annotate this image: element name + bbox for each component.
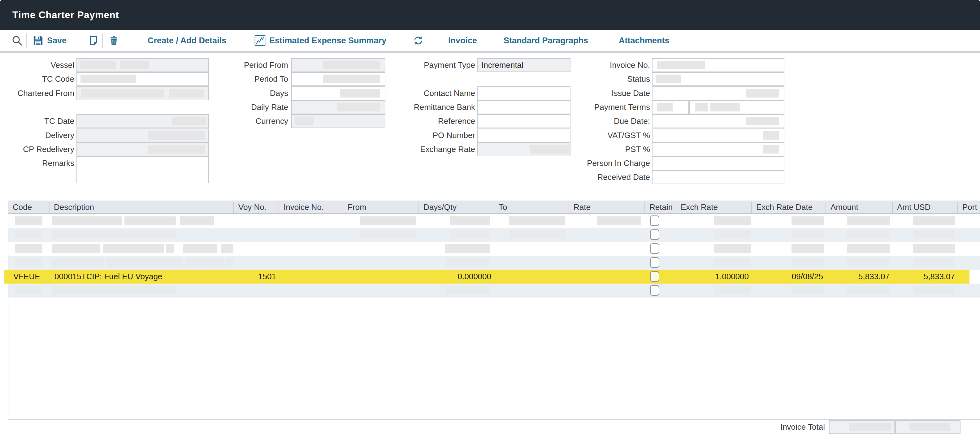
redacted-value [52, 258, 104, 267]
redacted-value [913, 258, 955, 267]
redacted-value [714, 258, 751, 267]
retain-checkbox[interactable] [650, 257, 659, 268]
column-separator [826, 202, 826, 213]
refresh-icon [413, 35, 423, 46]
new-document-icon [89, 35, 98, 46]
invoice-label: Invoice [448, 36, 477, 46]
redacted-value [791, 244, 824, 253]
search-button[interactable] [11, 30, 23, 51]
create-add-details-label: Create / Add Details [148, 36, 226, 46]
tc-code-label: TC Code [0, 72, 74, 86]
redacted-value [509, 230, 565, 239]
retain-checkbox[interactable] [650, 215, 659, 226]
redacted-value [849, 423, 891, 431]
redacted-value [913, 244, 955, 253]
standard-paragraphs-button[interactable]: Standard Paragraphs [504, 30, 588, 51]
redacted-value [226, 258, 234, 267]
redacted-value [52, 230, 176, 239]
redacted-value [847, 244, 890, 253]
column-separator [343, 202, 343, 213]
save-button[interactable]: Save [33, 30, 67, 51]
vessel-label: Vessel [0, 58, 74, 72]
vat-gst-label: VAT/GST % [514, 129, 650, 142]
column-header-amt-usd: Amt USD [897, 201, 931, 213]
column-header-days-qty: Days/Qty [423, 201, 457, 213]
redacted-value [847, 286, 890, 295]
trash-icon [109, 35, 119, 46]
redacted-value [103, 244, 164, 253]
column-separator [644, 202, 645, 213]
redacted-value [913, 230, 955, 239]
cell-days-qty: 0.000000 [458, 269, 491, 284]
estimated-expense-summary-button[interactable]: Estimated Expense Summary [255, 30, 386, 51]
redacted-value [52, 244, 100, 253]
create-add-details-button[interactable]: Create / Add Details [148, 30, 226, 51]
exchange-rate-label: Exchange Rate [339, 142, 475, 156]
column-header-exch-rate-date: Exch Rate Date [756, 201, 813, 213]
redacted-value [166, 244, 173, 253]
delete-button[interactable] [109, 30, 119, 51]
column-separator [494, 202, 494, 213]
estimated-expense-summary-label: Estimated Expense Summary [269, 36, 386, 46]
payment-type-label: Payment Type [339, 58, 475, 72]
person-in-charge-input[interactable] [652, 156, 784, 170]
redacted-value [445, 258, 490, 267]
invoice-no-label: Invoice No. [514, 58, 650, 72]
cell-exch-rate: 1.000000 [715, 269, 749, 284]
search-icon [11, 35, 23, 46]
redacted-value [847, 230, 890, 239]
redacted-value [657, 103, 673, 112]
save-label: Save [47, 36, 67, 46]
standard-paragraphs-label: Standard Paragraphs [504, 36, 588, 46]
window-title-bar: Time Charter Payment [0, 0, 980, 30]
retain-checkbox[interactable] [650, 271, 659, 282]
redacted-value [52, 286, 177, 295]
redacted-value [746, 89, 779, 97]
redacted-value [450, 230, 490, 239]
redacted-value [445, 286, 490, 295]
redacted-value [791, 258, 824, 267]
cell-amt-usd: 5,833.07 [924, 269, 955, 284]
redacted-value [763, 131, 779, 140]
column-separator [751, 202, 752, 213]
redacted-value [81, 89, 164, 97]
column-header-description: Description [54, 201, 94, 213]
received-date-input[interactable] [652, 170, 784, 184]
cell-voy-no: 1501 [258, 269, 276, 284]
redacted-value [909, 423, 950, 431]
toolbar: Save Create / Add Details Estimated Expe… [0, 30, 980, 51]
column-separator [418, 202, 419, 213]
column-separator [569, 202, 569, 213]
redacted-value [221, 244, 233, 253]
column-header-code: Code [13, 201, 32, 213]
column-separator [278, 202, 279, 213]
redacted-value [791, 217, 824, 225]
redacted-value [597, 217, 641, 225]
column-header-retain: Retain [649, 201, 673, 213]
retain-checkbox[interactable] [650, 243, 659, 254]
retain-checkbox[interactable] [650, 285, 659, 296]
toolbar-divider [102, 33, 103, 48]
redacted-value [148, 131, 205, 140]
attachments-label: Attachments [619, 36, 670, 46]
delivery-label: Delivery [0, 129, 74, 142]
redacted-value [450, 217, 490, 225]
redacted-value [186, 258, 223, 267]
redacted-value [791, 286, 824, 295]
contact-name-label: Contact Name [339, 86, 475, 100]
redacted-value [81, 61, 116, 69]
remarks-input[interactable] [76, 156, 209, 183]
column-header-rate: Rate [574, 201, 590, 213]
cell-description: 000015TCIP: Fuel EU Voyage [54, 269, 162, 284]
attachments-button[interactable]: Attachments [619, 30, 670, 51]
invoice-button[interactable]: Invoice [448, 30, 477, 51]
redacted-value [120, 61, 149, 69]
period-from-label: Period From [152, 58, 288, 72]
redacted-value [15, 258, 42, 267]
redacted-value [847, 258, 890, 267]
redacted-value [52, 217, 122, 225]
retain-checkbox[interactable] [650, 229, 659, 240]
new-document-button[interactable] [89, 30, 98, 51]
column-header-amount: Amount [830, 201, 858, 213]
refresh-button[interactable] [413, 30, 423, 51]
